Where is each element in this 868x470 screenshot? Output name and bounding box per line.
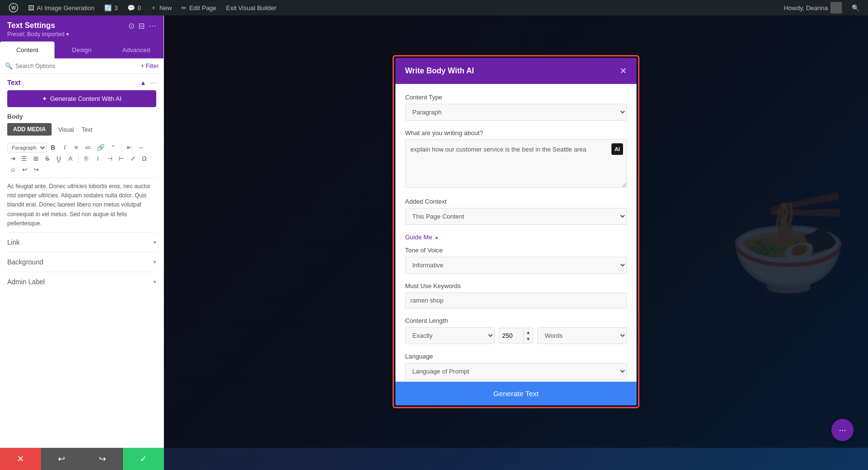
ai-enhance-button[interactable]: AI	[611, 143, 623, 155]
editor-content[interactable]: Ac feugiat ante. Donec ultricies loborti…	[7, 178, 156, 232]
indent-button[interactable]: ⊣	[104, 153, 115, 164]
plus-icon: ＋	[150, 3, 157, 12]
search-button[interactable]: 🔍	[847, 0, 864, 15]
language-select[interactable]: Language of Prompt English Spanish Frenc…	[405, 363, 627, 380]
save-button[interactable]: ✓	[123, 448, 164, 470]
link-section[interactable]: Link ▾	[7, 232, 156, 252]
updates-link[interactable]: 🔄 3	[99, 0, 122, 15]
italic2-button[interactable]: i	[93, 153, 103, 164]
content-length-row: Exactly At Least At Most ▲ ▼	[405, 327, 627, 344]
topic-textarea-wrapper: explain how our customer service is the …	[405, 139, 627, 189]
text-section-header[interactable]: Text ▲ ⋯	[7, 79, 156, 86]
modal-header: Write Body With AI ✕	[395, 58, 637, 84]
emoji-button[interactable]: ☺	[7, 165, 18, 175]
generate-content-button[interactable]: ✦ Generate Content With AI	[7, 90, 156, 107]
special-char-button[interactable]: Ω	[139, 153, 149, 164]
topic-textarea[interactable]: explain how our customer service is the …	[405, 139, 627, 188]
comments-link[interactable]: 💬 0	[122, 0, 146, 15]
strikethrough-button[interactable]: S̶	[42, 153, 53, 164]
redo-button[interactable]: ↪	[82, 448, 123, 470]
collapse-icon[interactable]: ▲	[140, 79, 146, 86]
sidebar-body: Text ▲ ⋯ ✦ Generate Content With AI Body…	[0, 74, 163, 453]
redo-editor-button[interactable]: ↪	[31, 165, 41, 175]
number-down-button[interactable]: ▼	[524, 336, 533, 343]
quote-button[interactable]: "	[108, 142, 119, 152]
bottom-bar: ✕ ↩ ↪ ✓	[0, 448, 164, 470]
outdent-button[interactable]: ⊢	[116, 153, 126, 164]
link-chevron-icon: ▾	[153, 239, 156, 246]
filter-button[interactable]: + Filter	[141, 63, 159, 69]
italic-button[interactable]: I	[59, 142, 70, 152]
align-justify-button[interactable]: ☰	[19, 153, 29, 164]
more-icon[interactable]: ⋯	[149, 21, 156, 30]
discard-icon: ✕	[17, 454, 24, 464]
save-icon: ✓	[140, 454, 147, 464]
bold-button[interactable]: B	[48, 142, 58, 152]
focus-icon[interactable]: ⊙	[128, 21, 135, 30]
keywords-input[interactable]	[405, 292, 627, 308]
toolbar-divider-2	[78, 154, 79, 163]
align-right-button[interactable]: ⇥	[7, 153, 18, 164]
discard-button[interactable]: ✕	[0, 448, 41, 470]
exit-visual-builder-link[interactable]: Exit Visual Builder	[221, 0, 282, 15]
section-menu-icon[interactable]: ⋯	[150, 79, 156, 86]
sidebar-search: 🔍 + Filter	[0, 58, 163, 74]
sidebar-title: Text Settings	[7, 21, 69, 30]
undo-icon: ↩	[58, 454, 65, 464]
sidebar-header-icons: ⊙ ⊟ ⋯	[128, 21, 156, 30]
color-button[interactable]: A	[65, 153, 76, 164]
ol-button[interactable]: ≔	[82, 142, 94, 152]
table-button[interactable]: ⊞	[30, 153, 41, 164]
write-body-modal: Write Body With AI ✕ Content Type Paragr…	[395, 58, 637, 405]
admin-label-section[interactable]: Admin Label ▾	[7, 272, 156, 291]
fullscreen-button[interactable]: ⤢	[127, 153, 138, 164]
text-mode-button[interactable]: Text	[79, 125, 95, 134]
generate-text-button[interactable]: Generate Text	[395, 382, 637, 405]
modal-title: Write Body With AI	[405, 67, 474, 75]
ul-button[interactable]: ≡	[71, 142, 81, 152]
copy-button[interactable]: ⎘	[81, 153, 92, 164]
align-center-button[interactable]: ↔	[136, 142, 147, 152]
tone-of-voice-label: Tone of Voice	[405, 247, 627, 254]
sidebar-preset[interactable]: Preset: Body imported ▾	[7, 31, 69, 38]
keywords-label: Must Use Keywords	[405, 282, 627, 290]
added-context-select[interactable]: This Page Content None Custom	[405, 208, 627, 225]
number-spinners: ▲ ▼	[523, 329, 533, 343]
tab-advanced[interactable]: Advanced	[109, 41, 163, 58]
paragraph-select[interactable]: Paragraph	[7, 143, 47, 152]
add-media-button[interactable]: ADD MEDIA	[7, 123, 52, 136]
search-icon: 🔍	[5, 62, 13, 69]
wp-logo[interactable]: W	[4, 0, 23, 15]
floating-action-button[interactable]: ···	[831, 419, 854, 441]
background-section-title: Background	[7, 258, 43, 266]
columns-icon[interactable]: ⊟	[138, 21, 145, 30]
align-left-button[interactable]: ⇤	[124, 142, 135, 152]
sidebar-tabs: Content Design Advanced	[0, 41, 163, 58]
content-type-select[interactable]: Paragraph List Table	[405, 104, 627, 121]
underline-button[interactable]: U̲	[54, 153, 64, 164]
tab-design[interactable]: Design	[54, 41, 109, 58]
guide-me-button[interactable]: Guide Me ▲	[405, 234, 439, 241]
number-up-button[interactable]: ▲	[524, 329, 533, 336]
exactly-select[interactable]: Exactly At Least At Most	[405, 327, 495, 344]
new-link[interactable]: ＋ New	[146, 0, 176, 15]
background-section[interactable]: Background ▾	[7, 252, 156, 272]
tab-content[interactable]: Content	[0, 41, 54, 58]
visual-mode-button[interactable]: Visual	[55, 125, 77, 134]
tone-of-voice-select[interactable]: Informative Casual Formal Friendly Profe…	[405, 257, 627, 274]
modal-outer-border: Write Body With AI ✕ Content Type Paragr…	[393, 55, 639, 408]
words-select[interactable]: Words Characters Sentences	[537, 327, 627, 344]
modal-close-button[interactable]: ✕	[620, 66, 627, 76]
undo-button[interactable]: ↩	[41, 448, 82, 470]
fab-icon: ···	[839, 425, 846, 435]
content-length-number[interactable]	[499, 328, 523, 343]
background-chevron-icon: ▾	[153, 259, 156, 265]
admin-bar: W 🖼 AI Image Generation 🔄 3 💬 0 ＋ New ✏ …	[0, 0, 868, 15]
search-input[interactable]	[15, 63, 138, 69]
undo-editor-button[interactable]: ↩	[19, 165, 30, 175]
edit-page-link[interactable]: ✏ Edit Page	[176, 0, 221, 15]
howdy-greeting[interactable]: Howdy, Deanna	[779, 0, 847, 15]
link-button[interactable]: 🔗	[95, 142, 107, 152]
ai-image-generation-link[interactable]: 🖼 AI Image Generation	[23, 0, 99, 15]
sidebar-header: Text Settings Preset: Body imported ▾ ⊙ …	[0, 15, 163, 41]
